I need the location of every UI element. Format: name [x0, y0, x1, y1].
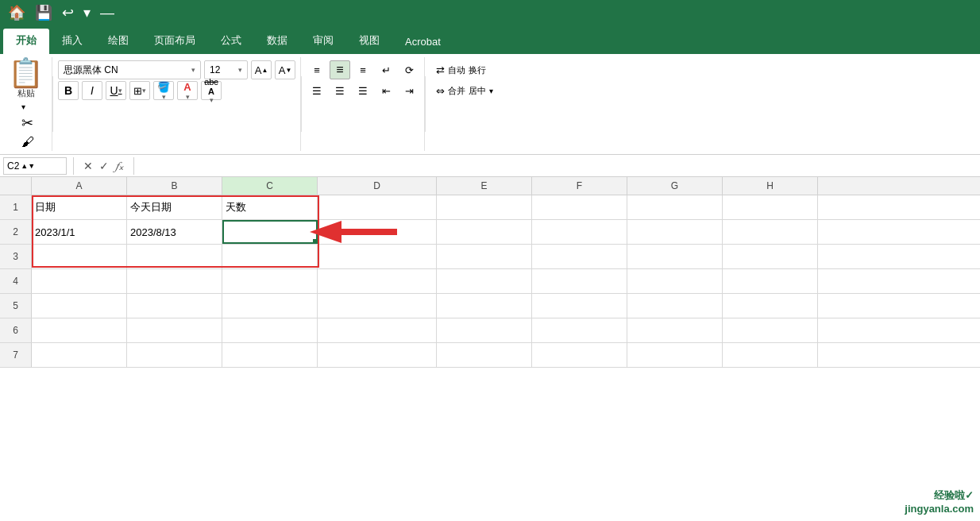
cell-g1[interactable]: [627, 195, 723, 219]
cell-c4[interactable]: [222, 269, 318, 293]
col-header-c[interactable]: C: [222, 177, 318, 195]
cell-b1[interactable]: 今天日期: [127, 195, 222, 219]
underline-button[interactable]: U ▾: [106, 81, 126, 100]
merge-btn[interactable]: ⇔ 合并 居中 ▾: [430, 81, 499, 100]
cell-a6[interactable]: [32, 318, 127, 342]
italic-button[interactable]: I: [82, 81, 102, 100]
save-icon[interactable]: 💾: [35, 4, 52, 21]
cell-f7[interactable]: [532, 343, 627, 367]
cell-b7[interactable]: [127, 343, 222, 367]
decrease-indent-btn[interactable]: ⇤: [376, 81, 396, 100]
cell-g6[interactable]: [627, 318, 723, 342]
row-num-1[interactable]: 1: [0, 195, 32, 219]
cell-e6[interactable]: [437, 318, 532, 342]
cell-a2[interactable]: 2023/1/1: [32, 220, 127, 244]
tab-insert[interactable]: 插入: [49, 29, 95, 54]
cell-b5[interactable]: [127, 294, 222, 318]
orient-text-btn[interactable]: ⟳: [399, 60, 419, 79]
align-right-btn[interactable]: ☰: [353, 81, 373, 100]
abc-button[interactable]: abc A ▾: [201, 81, 222, 100]
cell-h3[interactable]: [723, 245, 818, 268]
tab-draw[interactable]: 绘图: [95, 29, 141, 54]
wrap-text-btn[interactable]: ↵: [376, 60, 396, 79]
undo-icon[interactable]: ↩: [62, 4, 74, 21]
cell-c1[interactable]: 天数: [222, 195, 318, 219]
cell-d4[interactable]: [318, 269, 437, 293]
cell-d5[interactable]: [318, 294, 437, 318]
cell-a5[interactable]: [32, 294, 127, 318]
home-icon[interactable]: 🏠: [8, 4, 25, 21]
paste-button[interactable]: 📋 粘贴: [8, 59, 44, 99]
row-num-7[interactable]: 7: [0, 343, 32, 367]
format-painter-button[interactable]: 🖌: [21, 135, 34, 149]
align-top-btn[interactable]: ≡: [307, 60, 327, 79]
cell-g4[interactable]: [627, 269, 723, 293]
insert-function-icon[interactable]: 𝑓ₓ: [115, 159, 124, 173]
cell-c2[interactable]: [222, 220, 318, 244]
cell-d3[interactable]: [318, 245, 437, 268]
bold-button[interactable]: B: [58, 81, 79, 100]
confirm-formula-icon[interactable]: ✓: [99, 160, 109, 172]
font-family-select[interactable]: 思源黑体 CN ▾: [58, 60, 201, 79]
col-header-a[interactable]: A: [32, 177, 127, 195]
col-header-h[interactable]: H: [723, 177, 818, 195]
cell-e2[interactable]: [437, 220, 532, 244]
cell-e3[interactable]: [437, 245, 532, 268]
col-header-g[interactable]: G: [627, 177, 723, 195]
tab-view[interactable]: 视图: [346, 29, 392, 54]
tab-acrobat[interactable]: Acrobat: [392, 31, 453, 54]
cell-d2[interactable]: [318, 220, 437, 244]
cell-d7[interactable]: [318, 343, 437, 367]
customize-icon[interactable]: —: [100, 5, 114, 21]
cell-f1[interactable]: [532, 195, 627, 219]
cell-b2[interactable]: 2023/8/13: [127, 220, 222, 244]
row-num-2[interactable]: 2: [0, 220, 32, 244]
cell-b4[interactable]: [127, 269, 222, 293]
paste-dropdown-btn[interactable]: ▾: [21, 102, 34, 111]
auto-wrap-btn[interactable]: ⇄ 自动 换行: [430, 60, 492, 79]
cell-h4[interactable]: [723, 269, 818, 293]
cell-c6[interactable]: [222, 318, 318, 342]
cell-h7[interactable]: [723, 343, 818, 367]
copy-button[interactable]: ✂: [21, 114, 34, 132]
cell-h1[interactable]: [723, 195, 818, 219]
row-num-3[interactable]: 3: [0, 245, 32, 268]
cell-e4[interactable]: [437, 269, 532, 293]
border-button[interactable]: ⊞▾: [129, 81, 150, 100]
cell-g2[interactable]: [627, 220, 723, 244]
tab-data[interactable]: 数据: [254, 29, 300, 54]
decrease-font-btn[interactable]: A▼: [275, 60, 295, 79]
cell-h2[interactable]: [723, 220, 818, 244]
row-num-6[interactable]: 6: [0, 318, 32, 342]
increase-indent-btn[interactable]: ⇥: [399, 81, 419, 100]
cell-g5[interactable]: [627, 294, 723, 318]
increase-font-btn[interactable]: A▲: [251, 60, 272, 79]
tab-formula[interactable]: 公式: [208, 29, 254, 54]
align-bottom-btn[interactable]: ≡: [353, 60, 373, 79]
cell-a7[interactable]: [32, 343, 127, 367]
font-color-button[interactable]: A ▾: [177, 81, 198, 100]
col-header-f[interactable]: F: [532, 177, 627, 195]
cell-e5[interactable]: [437, 294, 532, 318]
cell-a4[interactable]: [32, 269, 127, 293]
cell-a1[interactable]: 日期: [32, 195, 127, 219]
tab-home[interactable]: 开始: [3, 29, 49, 54]
cell-d6[interactable]: [318, 318, 437, 342]
col-header-d[interactable]: D: [318, 177, 437, 195]
cell-c3[interactable]: [222, 245, 318, 268]
redo-icon[interactable]: ▾: [83, 4, 91, 21]
cell-f5[interactable]: [532, 294, 627, 318]
cell-f6[interactable]: [532, 318, 627, 342]
align-middle-btn[interactable]: ≡: [330, 60, 350, 79]
cell-f2[interactable]: [532, 220, 627, 244]
cell-g7[interactable]: [627, 343, 723, 367]
cell-e7[interactable]: [437, 343, 532, 367]
cell-f4[interactable]: [532, 269, 627, 293]
align-left-btn[interactable]: ☰: [307, 81, 327, 100]
align-center-btn[interactable]: ☰: [330, 81, 350, 100]
cell-c5[interactable]: [222, 294, 318, 318]
cell-h5[interactable]: [723, 294, 818, 318]
col-header-b[interactable]: B: [127, 177, 222, 195]
formula-input[interactable]: [141, 157, 977, 175]
cell-b6[interactable]: [127, 318, 222, 342]
